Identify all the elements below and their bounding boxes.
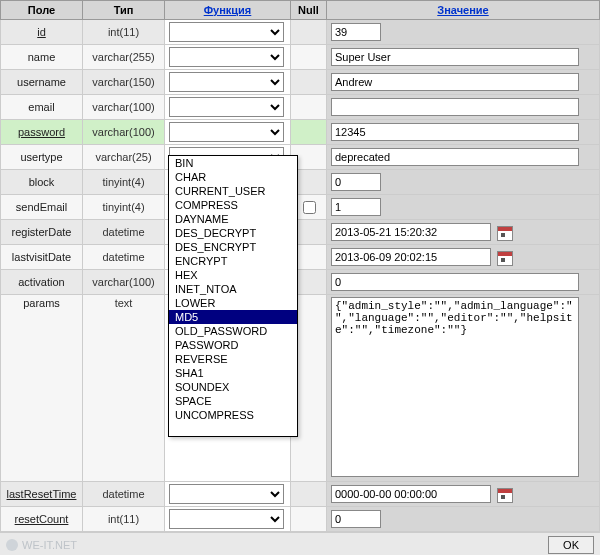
function-select[interactable] [169,122,284,142]
value-input[interactable] [331,510,381,528]
field-name: resetCount [1,507,83,532]
function-cell [165,507,291,532]
field-type: varchar(100) [83,95,165,120]
table-row: paramstext [1,295,600,482]
header-value[interactable]: Значение [327,1,600,20]
dropdown-option[interactable]: SOUNDEX [169,380,297,394]
field-type: text [83,295,165,482]
dropdown-option[interactable]: HEX [169,268,297,282]
value-input[interactable] [331,273,579,291]
table-row: usernamevarchar(150) [1,70,600,95]
dropdown-option[interactable]: SPACE [169,394,297,408]
value-input[interactable] [331,173,381,191]
dropdown-option[interactable]: CHAR [169,170,297,184]
value-cell [327,295,600,482]
header-null: Null [291,1,327,20]
function-select[interactable] [169,509,284,529]
field-type: int(11) [83,507,165,532]
dropdown-option[interactable]: CURRENT_USER [169,184,297,198]
table-row: namevarchar(255) [1,45,600,70]
value-input[interactable] [331,198,381,216]
null-cell [291,20,327,45]
dropdown-option[interactable]: UNCOMPRESS [169,408,297,422]
value-input[interactable] [331,48,579,66]
dropdown-option[interactable]: PASSWORD [169,338,297,352]
value-cell [327,120,600,145]
table-row: sendEmailtinyint(4) [1,195,600,220]
value-input[interactable] [331,248,491,266]
field-name: lastResetTime [1,482,83,507]
header-function[interactable]: Функция [165,1,291,20]
value-input[interactable] [331,23,381,41]
field-name: username [1,70,83,95]
calendar-icon[interactable] [497,251,513,266]
value-cell [327,220,600,245]
function-select[interactable] [169,72,284,92]
table-row: emailvarchar(100) [1,95,600,120]
header-type: Тип [83,1,165,20]
function-cell [165,482,291,507]
function-select[interactable] [169,484,284,504]
dropdown-option[interactable]: SHA1 [169,366,297,380]
value-input[interactable] [331,73,579,91]
null-cell [291,95,327,120]
field-name: password [1,120,83,145]
null-cell [291,45,327,70]
field-type: datetime [83,220,165,245]
value-cell [327,95,600,120]
table-row: idint(11) [1,20,600,45]
field-type: datetime [83,482,165,507]
null-checkbox[interactable] [303,201,316,214]
field-name: params [1,295,83,482]
function-cell [165,120,291,145]
function-dropdown-list[interactable]: BINCHARCURRENT_USERCOMPRESSDAYNAMEDES_DE… [168,155,298,437]
field-type: tinyint(4) [83,170,165,195]
field-type: varchar(150) [83,70,165,95]
dropdown-option[interactable]: DES_DECRYPT [169,226,297,240]
dropdown-option[interactable]: BIN [169,156,297,170]
value-cell [327,170,600,195]
header-field: Поле [1,1,83,20]
dropdown-option[interactable]: OLD_PASSWORD [169,324,297,338]
null-cell [291,507,327,532]
dropdown-option[interactable]: COMPRESS [169,198,297,212]
field-type: datetime [83,245,165,270]
null-cell [291,482,327,507]
dropdown-option[interactable]: INET_NTOA [169,282,297,296]
field-name: activation [1,270,83,295]
calendar-icon[interactable] [497,488,513,503]
value-cell [327,245,600,270]
dropdown-option[interactable]: DAYNAME [169,212,297,226]
dropdown-option[interactable]: MD5 [169,310,297,324]
watermark: WE-IT.NET [6,539,77,551]
ok-button[interactable]: OK [548,536,594,554]
dropdown-option[interactable]: DES_ENCRYPT [169,240,297,254]
table-row: registerDatedatetime [1,220,600,245]
function-cell [165,45,291,70]
value-input[interactable] [331,485,491,503]
table-row: lastResetTimedatetime [1,482,600,507]
null-cell [291,70,327,95]
value-input[interactable] [331,223,491,241]
value-textarea[interactable] [331,297,579,477]
function-select[interactable] [169,47,284,67]
value-input[interactable] [331,98,579,116]
value-cell [327,145,600,170]
dropdown-option[interactable]: LOWER [169,296,297,310]
value-cell [327,195,600,220]
function-select[interactable] [169,22,284,42]
value-cell [327,270,600,295]
field-name: registerDate [1,220,83,245]
dropdown-option[interactable]: ENCRYPT [169,254,297,268]
table-row: resetCountint(11) [1,507,600,532]
value-input[interactable] [331,148,579,166]
field-type: varchar(255) [83,45,165,70]
editor-wrapper: Поле Тип Функция Null Значение idint(11)… [0,0,600,555]
calendar-icon[interactable] [497,226,513,241]
field-name: name [1,45,83,70]
table-row: activationvarchar(100) [1,270,600,295]
value-input[interactable] [331,123,579,141]
dropdown-option[interactable]: REVERSE [169,352,297,366]
field-type: varchar(100) [83,270,165,295]
function-select[interactable] [169,97,284,117]
